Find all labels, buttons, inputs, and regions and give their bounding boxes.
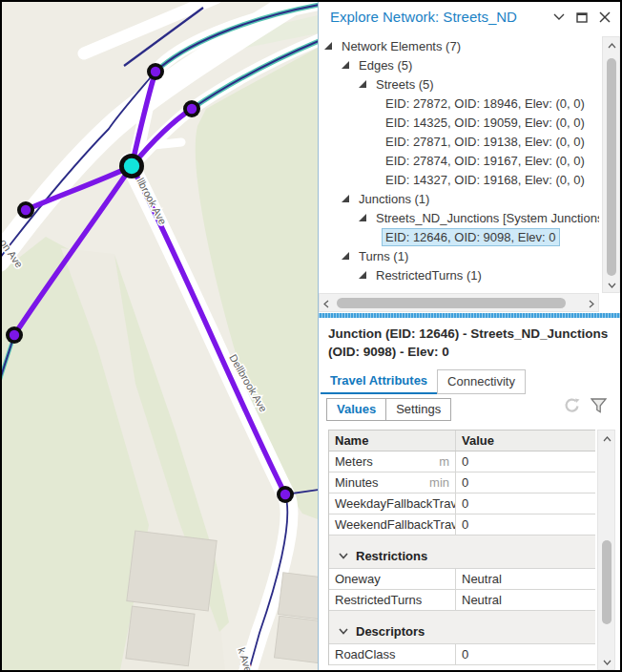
tree-item-eid[interactable]: EID: 27874, OID: 19167, Elev: (0, 0) [319,151,599,170]
tree-item-selected-junction[interactable]: EID: 12646, OID: 9098, Elev: 0 [319,227,599,246]
unit-label: min [429,475,451,490]
column-header-value[interactable]: Value [456,430,595,451]
tree-item-streets[interactable]: Streets (5) [319,74,599,94]
panel-titlebar: Explore Network: Streets_ND [319,2,620,33]
expander-icon[interactable] [342,61,349,69]
table-row[interactable]: RestrictedTurns Neutral [329,590,595,611]
map-canvas[interactable]: llbrook Ave Dellbrook Ave on Ave k Ave [2,2,318,670]
junction-dot[interactable] [277,486,294,503]
scrollbar-thumb[interactable] [607,58,616,276]
panel-splitter[interactable] [319,313,620,318]
attribute-table: Name Value Meters m 0 Minutes min 0 Week… [328,430,595,665]
tree-item-eid[interactable]: EID: 27872, OID: 18946, Elev: (0, 0) [319,94,599,113]
tree-horizontal-scrollbar[interactable] [319,293,599,312]
selection-header: Junction (EID: 12646) - Streets_ND_Junct… [328,325,614,361]
tree-item-turns[interactable]: Turns (1) [319,246,599,265]
tab-travel-attributes[interactable]: Travel Attributes [321,369,437,394]
group-gap [329,611,595,619]
junction-dot[interactable] [6,326,23,344]
explore-network-window: llbrook Ave Dellbrook Ave on Ave k Ave E… [0,0,622,672]
table-vertical-scrollbar[interactable] [597,430,615,670]
junction-dot[interactable] [147,63,164,80]
tree-item-junctions[interactable]: Junctions (1) [319,189,599,208]
chevron-down-icon [339,550,348,561]
table-row[interactable]: Meters m 0 [329,452,595,472]
section-restrictions[interactable]: Restrictions [329,543,595,569]
tab-connectivity[interactable]: Connectivity [437,369,526,394]
table-row[interactable]: Minutes min 0 [329,472,595,494]
tree-item-edges[interactable]: Edges (5) [319,55,599,74]
junction-dot[interactable] [183,100,200,117]
network-elements-tree: Network Elements (7) Edges (5) Streets (… [319,36,599,293]
table-row[interactable]: Oneway Neutral [329,569,595,590]
tree-item-eid[interactable]: EID: 14325, OID: 19059, Elev: (0, 0) [319,113,599,132]
close-icon[interactable] [597,10,612,25]
filter-icon[interactable] [591,398,607,417]
expander-icon[interactable] [359,80,366,88]
expander-icon[interactable] [359,271,366,279]
unit-label: m [439,454,451,469]
refresh-icon[interactable] [564,398,581,417]
scroll-right-icon[interactable] [589,300,594,310]
selection-header-line2: (OID: 9098) - Elev: 0 [328,343,614,361]
explore-network-panel: Explore Network: Streets_ND Network Elem… [318,2,620,670]
scroll-up-icon[interactable] [608,40,616,51]
subtab-settings[interactable]: Settings [385,398,451,421]
chevron-down-icon[interactable] [551,10,567,25]
expander-icon[interactable] [342,195,349,202]
tree-item-streets-nd-junctions[interactable]: Streets_ND_Junctions [System Junctions] [319,208,599,227]
tree-vertical-scrollbar[interactable] [602,36,620,293]
maximize-icon[interactable] [574,10,590,25]
expander-icon[interactable] [342,252,349,260]
junction-dot[interactable] [17,201,34,219]
attribute-subtabs: Values Settings [326,398,451,421]
scrollbar-thumb[interactable] [602,540,612,624]
expander-icon[interactable] [359,214,366,221]
tree-item-restricted-turns[interactable]: RestrictedTurns (1) [319,265,599,284]
table-header-row: Name Value [329,430,595,452]
panel-title: Explore Network: Streets_ND [330,9,517,25]
scrollbar-thumb[interactable] [337,298,566,308]
table-row[interactable]: WeekendFallbackTrav 0 [329,514,595,536]
tree-item-network-elements[interactable]: Network Elements (7) [319,36,599,55]
table-row[interactable]: RoadClass 0 [329,644,595,665]
selected-junction-dot[interactable] [119,154,144,178]
selection-header-line1: Junction (EID: 12646) - Streets_ND_Junct… [328,325,614,343]
group-gap [329,536,595,543]
detail-tabs: Travel Attributes Connectivity [321,369,526,394]
table-row[interactable]: WeekdayFallbackTrav 0 [329,494,595,514]
scroll-down-icon[interactable] [603,657,612,667]
scroll-left-icon[interactable] [323,300,329,310]
expander-icon[interactable] [324,42,332,50]
scroll-up-icon[interactable] [603,433,612,444]
tree-item-eid[interactable]: EID: 27871, OID: 19138, Elev: (0, 0) [319,132,599,151]
chevron-down-icon [339,625,348,637]
subtab-values[interactable]: Values [326,398,385,421]
map-view[interactable]: llbrook Ave Dellbrook Ave on Ave k Ave [2,2,318,670]
column-header-name[interactable]: Name [329,430,456,451]
section-descriptors[interactable]: Descriptors [329,619,595,644]
scroll-down-icon[interactable] [608,280,616,290]
tree-item-eid[interactable]: EID: 14327, OID: 19168, Elev: (0, 0) [319,170,599,189]
